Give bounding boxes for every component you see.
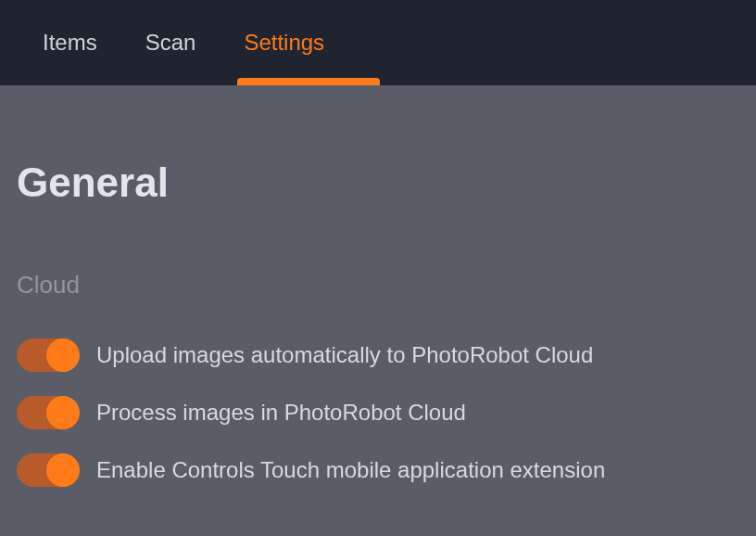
settings-content: General Cloud Upload images automaticall…: [0, 85, 756, 487]
toggle-knob: [46, 338, 80, 372]
toggle-row-process: Process images in PhotoRobot Cloud: [17, 396, 739, 429]
toggle-row-touch: Enable Controls Touch mobile application…: [17, 453, 739, 487]
tab-indicator: [237, 78, 380, 85]
tab-items[interactable]: Items: [43, 7, 97, 78]
toggle-touch[interactable]: [17, 453, 78, 487]
toggle-label-upload: Upload images automatically to PhotoRobo…: [96, 342, 593, 368]
section-label-cloud: Cloud: [17, 271, 739, 300]
tab-bar: Items Scan Settings: [0, 0, 756, 85]
toggle-row-upload: Upload images automatically to PhotoRobo…: [17, 338, 739, 372]
toggle-label-process: Process images in PhotoRobot Cloud: [96, 400, 466, 426]
toggle-label-touch: Enable Controls Touch mobile application…: [96, 457, 605, 483]
toggle-process[interactable]: [17, 396, 78, 429]
toggle-knob: [46, 396, 80, 429]
toggle-upload[interactable]: [17, 338, 78, 372]
tab-scan[interactable]: Scan: [145, 7, 196, 78]
page-title: General: [17, 160, 739, 206]
tab-settings[interactable]: Settings: [244, 7, 324, 78]
toggle-knob: [46, 453, 80, 487]
